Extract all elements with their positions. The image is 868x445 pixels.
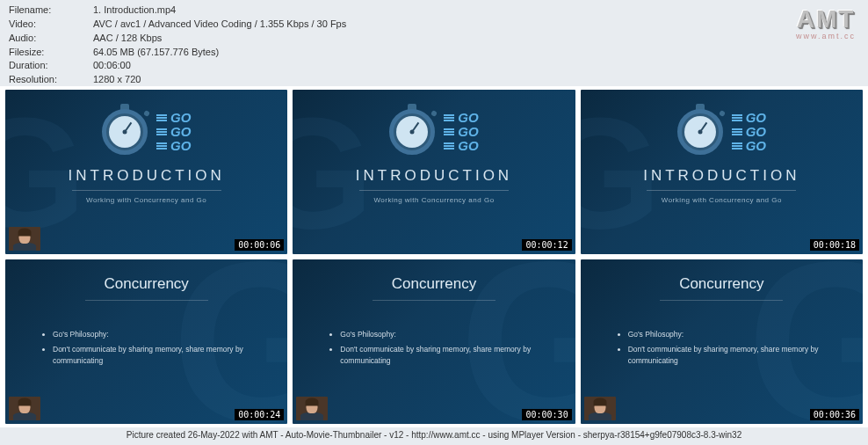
slide-title: Concurrency — [607, 275, 836, 293]
footer-text: Picture created 26-May-2022 with AMT - A… — [0, 427, 868, 445]
bullet-item: Don't communicate by sharing memory, sha… — [53, 344, 261, 367]
background-go-icon: G — [293, 90, 373, 254]
video-value: AVC / avc1 / Advanced Video Coding / 1.3… — [93, 18, 346, 31]
bullet-list: Go's Philosophy: Don't communicate by sh… — [607, 329, 836, 366]
bullet-item: Don't communicate by sharing memory, sha… — [628, 344, 836, 367]
stopwatch-icon — [389, 109, 435, 155]
webcam-overlay — [9, 227, 40, 251]
go-text-stack: GOGOGO — [732, 111, 766, 152]
duration-label: Duration: — [9, 59, 93, 72]
go-text-stack: GOGOGO — [156, 111, 191, 152]
amt-logo-url: www.amt.cc — [796, 32, 856, 40]
amt-logo-text: AMT — [796, 5, 856, 33]
background-go-icon: G — [581, 90, 662, 254]
filename-value: 1. Introduction.mp4 — [93, 4, 176, 17]
audio-label: Audio: — [9, 32, 93, 45]
thumbnails-grid: G GOGOGO INTRODUCTION Working with Concu… — [0, 86, 868, 427]
timestamp: 00:00:24 — [235, 409, 284, 420]
timestamp: 00:00:18 — [810, 239, 859, 251]
timestamp: 00:00:12 — [522, 239, 571, 251]
thumbnail-4: G Concurrency Go's Philosophy: Don't com… — [5, 259, 287, 424]
resolution-value: 1280 x 720 — [93, 73, 141, 86]
thumbnail-6: G Concurrency Go's Philosophy: Don't com… — [581, 259, 863, 424]
webcam-overlay — [584, 397, 616, 420]
video-label: Video: — [9, 18, 93, 31]
stopwatch-icon — [102, 109, 148, 155]
webcam-overlay — [9, 397, 40, 420]
timestamp: 00:00:30 — [522, 409, 571, 420]
resolution-label: Resolution: — [9, 73, 93, 86]
bullet-list: Go's Philosophy: Don't communicate by sh… — [32, 329, 261, 366]
filesize-value: 64.05 MB (67.157.776 Bytes) — [93, 46, 219, 59]
timestamp: 00:00:06 — [235, 239, 284, 251]
info-header: Filename:1. Introduction.mp4 Video:AVC /… — [0, 0, 868, 86]
bullet-item: Don't communicate by sharing memory, sha… — [340, 344, 548, 367]
slide-title: Concurrency — [319, 275, 548, 293]
audio-value: AAC / 128 Kbps — [93, 32, 162, 45]
filename-label: Filename: — [9, 4, 93, 17]
stopwatch-icon — [677, 109, 723, 155]
slide-title: Concurrency — [32, 275, 261, 293]
bullet-list: Go's Philosophy: Don't communicate by sh… — [319, 329, 548, 366]
timestamp: 00:00:36 — [810, 409, 859, 420]
go-text-stack: GOGOGO — [444, 111, 478, 152]
duration-value: 00:06:00 — [93, 59, 131, 72]
thumbnail-5: G Concurrency Go's Philosophy: Don't com… — [293, 259, 575, 424]
bullet-item: Go's Philosophy: — [628, 329, 836, 340]
webcam-overlay — [296, 397, 328, 420]
filesize-label: Filesize: — [9, 46, 93, 59]
thumbnail-1: G GOGOGO INTRODUCTION Working with Concu… — [5, 90, 287, 254]
bullet-item: Go's Philosophy: — [340, 329, 548, 340]
amt-logo: AMT www.amt.cc — [796, 5, 856, 40]
thumbnail-3: G GOGOGO INTRODUCTION Working with Concu… — [581, 90, 863, 254]
thumbnail-2: G GOGOGO INTRODUCTION Working with Concu… — [293, 90, 575, 254]
bullet-item: Go's Philosophy: — [53, 329, 261, 340]
